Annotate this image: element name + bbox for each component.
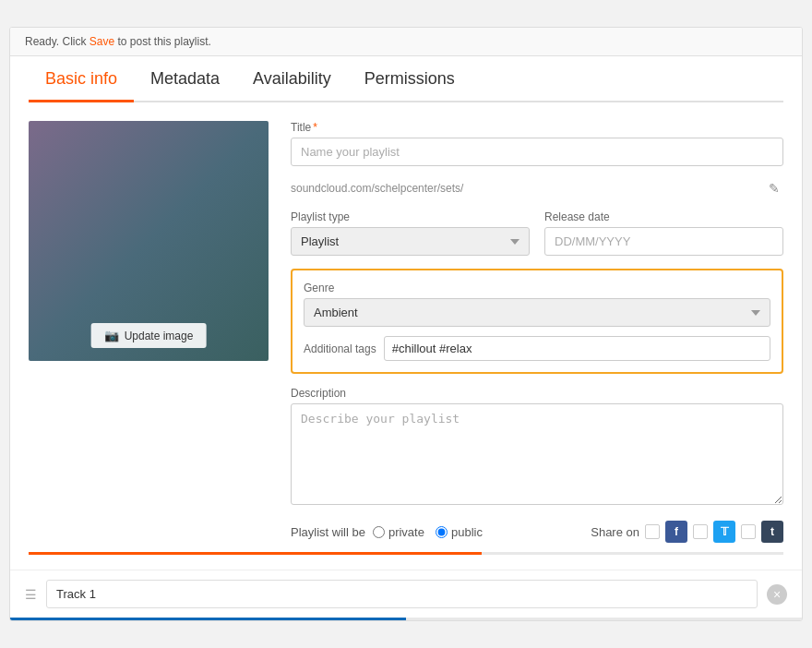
genre-tags-box: Genre Ambient Electronic Pop Rock Hip-Ho… xyxy=(291,269,783,374)
tab-availability[interactable]: Availability xyxy=(236,56,348,102)
genre-label: Genre xyxy=(304,282,770,294)
blue-progress-bar xyxy=(10,618,802,620)
save-link[interactable]: Save xyxy=(90,35,114,48)
required-marker: * xyxy=(313,121,317,134)
public-label: public xyxy=(451,525,483,539)
facebook-button[interactable]: f xyxy=(665,521,687,543)
title-field-row: Title* xyxy=(291,121,783,166)
tab-metadata[interactable]: Metadata xyxy=(134,56,236,102)
tumblr-checkbox[interactable] xyxy=(741,524,756,539)
main-content-area: Basic info Metadata Availability Permiss… xyxy=(10,56,802,570)
facebook-checkbox[interactable] xyxy=(645,524,660,539)
camera-icon: 📷 xyxy=(104,329,119,342)
title-label: Title* xyxy=(291,121,783,134)
twitter-button[interactable]: 𝕋 xyxy=(713,521,735,543)
tab-basic-info[interactable]: Basic info xyxy=(29,56,134,102)
privacy-radio-group: private public xyxy=(373,525,483,539)
genre-field: Genre Ambient Electronic Pop Rock Hip-Ho… xyxy=(304,282,770,327)
status-text: Ready. Click xyxy=(25,35,90,48)
tags-row: Additional tags xyxy=(304,336,770,361)
description-textarea[interactable] xyxy=(291,403,783,505)
playlist-image: 📷 Update image xyxy=(29,121,269,361)
twitter-checkbox[interactable] xyxy=(693,524,708,539)
status-text-2: to post this playlist. xyxy=(114,35,211,48)
tab-permissions[interactable]: Permissions xyxy=(348,56,472,102)
url-text: soundcloud.com/schelpcenter/sets/ xyxy=(291,182,759,195)
public-option[interactable]: public xyxy=(436,525,483,539)
release-date-input[interactable] xyxy=(544,227,783,256)
image-section: 📷 Update image xyxy=(29,121,269,543)
description-label: Description xyxy=(291,387,783,400)
orange-progress-bar xyxy=(29,552,783,555)
edit-url-button[interactable]: ✎ xyxy=(765,179,783,198)
playlist-type-field: Playlist type Playlist Album EP Single xyxy=(291,210,530,256)
share-section: Share on f 𝕋 t xyxy=(591,521,783,543)
private-option[interactable]: private xyxy=(373,525,424,539)
private-label: private xyxy=(388,525,424,539)
public-radio[interactable] xyxy=(436,526,448,538)
playlist-will-be-label: Playlist will be xyxy=(291,525,365,539)
url-row: soundcloud.com/schelpcenter/sets/ ✎ xyxy=(291,179,783,198)
privacy-section: Playlist will be private public xyxy=(291,525,483,539)
genre-select[interactable]: Ambient Electronic Pop Rock Hip-Hop Clas… xyxy=(304,298,770,327)
share-label: Share on xyxy=(591,525,639,539)
tags-input[interactable] xyxy=(384,336,770,361)
update-image-button[interactable]: 📷 Update image xyxy=(91,323,207,348)
remove-track-button[interactable]: × xyxy=(767,584,787,605)
bottom-options: Playlist will be private public xyxy=(291,521,783,543)
type-date-row: Playlist type Playlist Album EP Single R… xyxy=(291,210,783,256)
hamburger-icon[interactable]: ☰ xyxy=(25,587,37,602)
tab-bar: Basic info Metadata Availability Permiss… xyxy=(29,56,783,102)
release-date-label: Release date xyxy=(544,210,783,223)
track-input[interactable] xyxy=(46,580,758,608)
tags-label: Additional tags xyxy=(304,342,376,355)
track-row: ☰ × xyxy=(10,570,802,618)
main-container: Ready. Click Save to post this playlist.… xyxy=(9,27,803,621)
tumblr-button[interactable]: t xyxy=(761,521,783,543)
status-bar: Ready. Click Save to post this playlist. xyxy=(10,28,802,56)
release-date-field: Release date xyxy=(544,210,783,256)
description-field: Description xyxy=(291,387,783,508)
playlist-type-select[interactable]: Playlist Album EP Single xyxy=(291,227,530,256)
private-radio[interactable] xyxy=(373,526,385,538)
form-section: Title* soundcloud.com/schelpcenter/sets/… xyxy=(291,121,783,543)
playlist-type-label: Playlist type xyxy=(291,210,530,223)
body-layout: 📷 Update image Title* soundcloud.com/sch… xyxy=(29,121,783,543)
update-image-label: Update image xyxy=(125,330,194,342)
title-input[interactable] xyxy=(291,138,783,166)
